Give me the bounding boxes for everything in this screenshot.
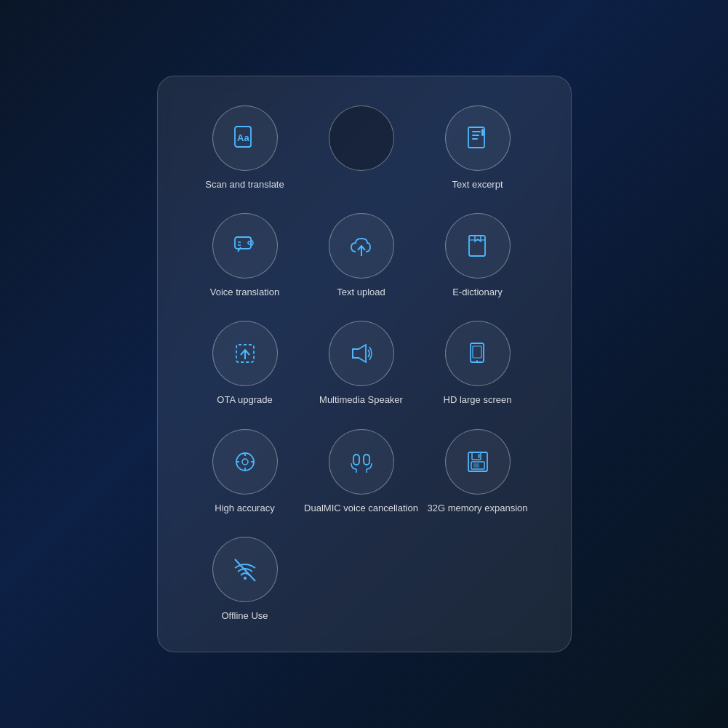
multimedia-speaker-button[interactable] bbox=[329, 321, 394, 386]
feature-scan-translate[interactable]: Aa Scan and translate bbox=[187, 98, 303, 199]
svg-rect-17 bbox=[364, 455, 369, 465]
svg-rect-21 bbox=[473, 463, 479, 468]
features-card: Aa Scan and translate Text excerpt bbox=[157, 76, 572, 652]
text-excerpt-button[interactable] bbox=[445, 105, 511, 171]
feature-text-excerpt[interactable]: Text excerpt bbox=[420, 98, 536, 199]
feature-high-accuracy[interactable]: High accuracy bbox=[187, 422, 303, 522]
svg-rect-6 bbox=[481, 129, 484, 136]
feature-text-upload[interactable]: Text upload bbox=[303, 206, 420, 306]
feature-voice-translation[interactable]: Voice translation bbox=[187, 206, 303, 306]
row-4: High accuracy DualMIC voice cancellation bbox=[187, 422, 542, 522]
svg-point-8 bbox=[248, 241, 251, 244]
feature-offline[interactable]: Offline Use bbox=[187, 529, 303, 630]
voice-translation-label: Voice translation bbox=[210, 286, 279, 299]
scan-translate-button[interactable]: Aa bbox=[212, 105, 278, 171]
svg-point-15 bbox=[242, 459, 248, 465]
row-3: OTA upgrade Multimedia Speaker bbox=[187, 313, 542, 414]
svg-rect-5 bbox=[472, 138, 478, 140]
empty-circle bbox=[329, 105, 394, 171]
high-accuracy-label: High accuracy bbox=[215, 502, 274, 515]
text-upload-label: Text upload bbox=[337, 286, 385, 299]
svg-rect-3 bbox=[472, 131, 481, 132]
feature-ota-upgrade[interactable]: OTA upgrade bbox=[187, 313, 303, 414]
high-accuracy-button[interactable] bbox=[212, 429, 278, 495]
offline-label: Offline Use bbox=[221, 609, 268, 623]
svg-rect-9 bbox=[469, 236, 485, 256]
e-dictionary-button[interactable] bbox=[445, 213, 511, 279]
memory-label: 32G memory expansion bbox=[427, 502, 527, 515]
hd-screen-button[interactable] bbox=[445, 321, 511, 386]
svg-rect-12 bbox=[473, 346, 481, 358]
text-excerpt-label: Text excerpt bbox=[452, 178, 503, 191]
feature-empty bbox=[303, 98, 420, 199]
feature-hd-screen[interactable]: HD large screen bbox=[420, 313, 536, 414]
voice-translation-button[interactable] bbox=[212, 213, 278, 279]
dual-mic-button[interactable] bbox=[329, 429, 394, 495]
row-1: Aa Scan and translate Text excerpt bbox=[187, 98, 542, 199]
ota-upgrade-button[interactable] bbox=[212, 321, 278, 386]
svg-point-13 bbox=[476, 360, 478, 361]
svg-rect-22 bbox=[478, 454, 480, 458]
svg-point-23 bbox=[244, 577, 247, 580]
feature-multimedia-speaker[interactable]: Multimedia Speaker bbox=[303, 313, 420, 414]
hd-screen-label: HD large screen bbox=[444, 393, 512, 407]
feature-dual-mic[interactable]: DualMIC voice cancellation bbox=[303, 422, 420, 522]
row-5: Offline Use bbox=[187, 529, 542, 630]
offline-button[interactable] bbox=[212, 537, 278, 602]
e-dictionary-label: E-dictionary bbox=[452, 286, 503, 299]
svg-rect-4 bbox=[472, 135, 479, 136]
multimedia-speaker-label: Multimedia Speaker bbox=[319, 393, 403, 407]
row-2: Voice translation Text upload bbox=[187, 206, 542, 306]
feature-memory[interactable]: 32G memory expansion bbox=[420, 422, 536, 522]
dual-mic-label: DualMIC voice cancellation bbox=[304, 502, 418, 515]
feature-e-dictionary[interactable]: E-dictionary bbox=[420, 206, 536, 306]
svg-rect-16 bbox=[353, 455, 359, 465]
scan-translate-label: Scan and translate bbox=[205, 178, 284, 191]
memory-button[interactable] bbox=[445, 429, 511, 495]
svg-text:Aa: Aa bbox=[237, 132, 249, 143]
ota-upgrade-label: OTA upgrade bbox=[217, 393, 272, 407]
text-upload-button[interactable] bbox=[329, 213, 394, 279]
